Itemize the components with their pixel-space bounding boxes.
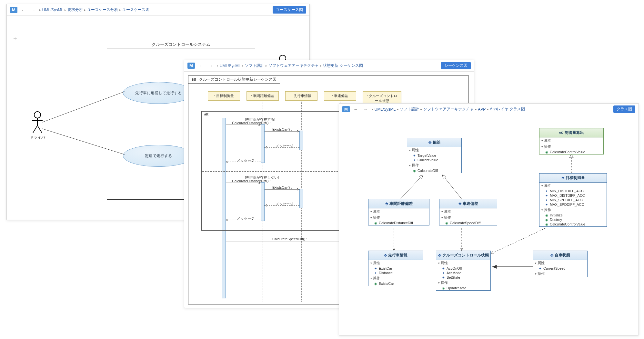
svg-line-30 — [491, 228, 546, 254]
breadcrumb-item[interactable]: UML/SysML — [42, 8, 63, 12]
operation-icon: ◉ — [545, 218, 548, 221]
class-name: ⬘車間距離偏差 — [368, 199, 429, 208]
lifeline-head[interactable]: : 車速偏差 — [324, 91, 356, 101]
sd-title: クルーズコントロール状態更新シーケンス図 — [199, 77, 277, 82]
class-window: M ← → ▸ UML/SysML ▸ ソフト設計 ▸ ソフトウェアアーキテクチ… — [339, 103, 639, 335]
class-name: ⬘先行車情報 — [368, 251, 423, 260]
class-shasoku[interactable]: ⬘車速偏差 属性 操作 ◉CalcurateSpeedDiff — [439, 199, 497, 225]
breadcrumb-item[interactable]: ソフトウェアアーキテクチャ — [268, 63, 319, 68]
attribute-icon: ✦ — [442, 276, 445, 279]
attribute: ✦Distance — [368, 271, 423, 275]
forward-arrow-icon[interactable]: → — [207, 63, 214, 68]
bc-sep: ▸ — [420, 107, 422, 111]
operation: ◉CalcurateDiff — [407, 168, 461, 173]
attribute: ✦MAX_DISTDIFF_ACC — [539, 193, 607, 198]
class-cruise[interactable]: ⬘クルーズコントロール状態 属性 ✦AccOnOff ✦AccMode ✦Set… — [436, 251, 491, 291]
section-ops: 操作 — [407, 162, 461, 168]
class-name: ⬘偏差 — [407, 138, 461, 147]
breadcrumb-item[interactable]: ユースケース図 — [122, 7, 149, 13]
operation: ◉CalcurateDistanceDiff — [368, 221, 429, 225]
bc-sep: ▸ — [65, 8, 66, 12]
section-ops: 操作 — [539, 144, 603, 150]
section-ops: 操作 — [439, 214, 497, 221]
attribute: ✦MIN_SPDDIFF_ACC — [539, 198, 607, 202]
bc-sep: ▸ — [242, 64, 244, 67]
class-icon: ⬘ — [428, 140, 431, 145]
attribute-icon: ✦ — [545, 198, 548, 202]
lifeline-head[interactable]: : 先行車情報 — [285, 91, 317, 101]
breadcrumb-item[interactable]: APP — [478, 107, 486, 112]
attribute-icon: ✦ — [545, 194, 548, 197]
actor-driver[interactable]: ドライバ — [29, 111, 45, 140]
attribute: ✦MIN_DISTDIFF_ACC — [539, 189, 607, 193]
bc-sep: ▸ — [320, 64, 322, 67]
bc-sep: ▸ — [475, 107, 477, 111]
class-senkou[interactable]: ⬘先行車情報 属性 ✦ExistCar ✦Distance 操作 ◉Exists… — [368, 251, 423, 286]
class-icon: ⬘ — [385, 201, 388, 206]
operation: ◉UpdateState — [436, 286, 490, 290]
msg-generic: メッセージ — [276, 144, 293, 148]
class-hensa[interactable]: ⬘偏差 属性 ✦TargetValue ✦CurrentValue 操作 ◉Ca… — [407, 138, 462, 173]
operation: ◉CalcurateControlValue — [539, 150, 603, 154]
breadcrumb-item[interactable]: 要求分析 — [67, 7, 83, 13]
attribute-icon: ✦ — [374, 271, 377, 274]
system-label: クルーズコントロールシステム — [107, 40, 255, 49]
lifeline-head[interactable]: : 車間距離偏差 — [247, 91, 279, 101]
class-name: ⬘車速偏差 — [439, 199, 497, 208]
operation: ◉Destroy — [539, 217, 607, 222]
breadcrumb-item[interactable]: ソフト設計 — [245, 63, 264, 68]
usecase-1[interactable]: 先行車に追従して走行する — [123, 82, 194, 104]
class-name: ⬘自車状態 — [533, 251, 587, 260]
window-header: M ← → ▸ UML/SysML ▸ ソフト設計 ▸ ソフトウェアアーキテクチ… — [184, 60, 474, 72]
breadcrumb-item[interactable]: 状態更新 シーケンス図 — [323, 63, 363, 68]
section-attrs: 属性 — [436, 260, 490, 266]
breadcrumb-item[interactable]: UML/SysML — [220, 64, 241, 68]
operation-icon: ◉ — [445, 221, 448, 224]
operation-icon: ◉ — [374, 221, 377, 224]
back-arrow-icon[interactable]: ← — [352, 107, 359, 112]
attribute: ✦SetState — [436, 275, 490, 280]
m-badge: M — [342, 106, 350, 112]
class-jisha[interactable]: ⬘自車状態 属性 ✦CurrentSpeed 操作 — [533, 251, 588, 277]
breadcrumb-item[interactable]: ソフトウェアアーキテクチャ — [423, 106, 474, 112]
breadcrumb-item[interactable]: ソフト設計 — [400, 106, 419, 112]
operation: ◉CalcurateSpeedDiff — [439, 221, 497, 225]
class-mokuhyou[interactable]: ⬘目標制御量 属性 ✦MIN_DISTDIFF_ACC ✦MAX_DISTDIF… — [539, 173, 607, 227]
section-ops: 操作 — [368, 275, 423, 281]
section-attrs: 属性 — [539, 137, 603, 144]
attribute: ✦AccOnOff — [436, 266, 490, 271]
class-canvas[interactable]: «o 制御量算出 属性 操作 ◉CalcurateControlValue ⬘偏… — [339, 115, 639, 334]
lifeline-head[interactable]: : 目標制御量 — [208, 91, 240, 101]
class-icon: ⬘ — [550, 253, 553, 257]
breadcrumb: ▸ UML/SysML ▸ ソフト設計 ▸ ソフトウェアアーキテクチャ ▸ 状態… — [217, 63, 438, 68]
msg-calcdist: CalcurateDistanceDiff() : — [232, 121, 271, 125]
m-badge: M — [10, 7, 17, 13]
msg-generic: メッセージ — [237, 216, 255, 221]
diagram-type-badge: ユースケース図 — [273, 6, 306, 14]
bc-sep: ▸ — [39, 8, 41, 12]
alt-tab: alt — [202, 112, 211, 117]
class-shakan[interactable]: ⬘車間距離偏差 属性 操作 ◉CalcurateDistanceDiff — [368, 199, 429, 225]
breadcrumb-item[interactable]: UML/SysML — [375, 107, 396, 112]
svg-line-4 — [37, 125, 42, 133]
class-seigyoryou-sanshutsu[interactable]: «o 制御量算出 属性 操作 ◉CalcurateControlValue — [539, 128, 604, 155]
bc-sep: ▸ — [84, 8, 86, 12]
breadcrumb-item[interactable]: ユースケース分析 — [87, 7, 118, 13]
msg-calcspeed: CalcurateSpeedDiff() : — [272, 237, 307, 241]
plus-icon[interactable]: + — [13, 35, 17, 43]
msg-exists: ExistsCar() : — [272, 185, 292, 189]
back-arrow-icon[interactable]: ← — [197, 63, 205, 68]
forward-arrow-icon[interactable]: → — [362, 107, 369, 112]
svg-line-25 — [400, 175, 423, 199]
forward-arrow-icon[interactable]: → — [30, 7, 37, 13]
bc-sep: ▸ — [397, 107, 398, 111]
section-attrs: 属性 — [533, 260, 587, 266]
msg-exists: ExistsCar() : — [272, 127, 292, 131]
breadcrumb-item[interactable]: Appレイヤ クラス図 — [490, 106, 525, 112]
breadcrumb: ▸ UML/SysML ▸ 要求分析 ▸ ユースケース分析 ▸ ユースケース図 — [39, 7, 270, 13]
operation: ◉CalcurateControlValue — [539, 222, 607, 226]
bc-sep: ▸ — [372, 107, 373, 111]
operation: ◉ExistsCar — [368, 281, 423, 286]
back-arrow-icon[interactable]: ← — [20, 7, 27, 13]
usecase-2[interactable]: 定速で走行する — [123, 145, 194, 167]
